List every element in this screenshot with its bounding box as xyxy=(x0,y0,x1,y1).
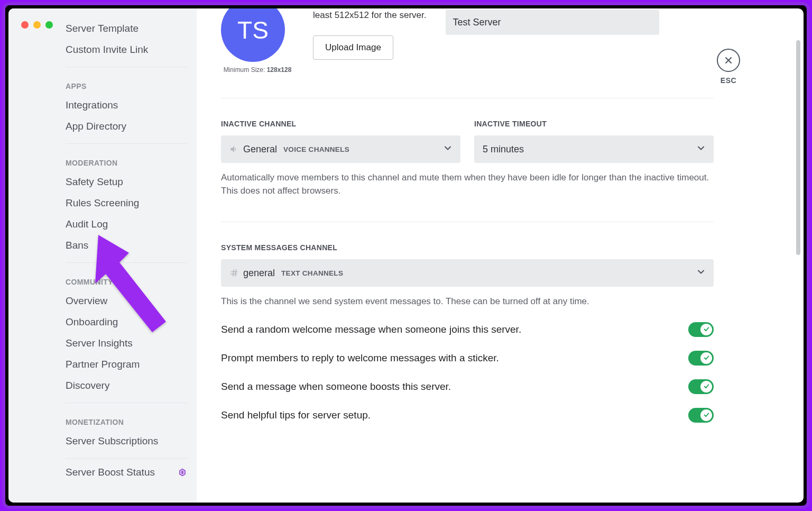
select-tag: VOICE CHANNELS xyxy=(283,145,349,153)
settings-sidebar: Server Template Custom Invite Link APPS … xyxy=(8,8,197,503)
system-messages-help-text: This is the channel we send system event… xyxy=(221,295,714,308)
system-messages-head: SYSTEM MESSAGES CHANNEL xyxy=(221,243,714,252)
sidebar-divider xyxy=(66,262,187,263)
sidebar-item-safety-setup[interactable]: Safety Setup xyxy=(66,171,187,193)
upload-image-button[interactable]: Upload Image xyxy=(313,35,393,60)
section-divider xyxy=(221,98,714,98)
sidebar-item-discovery[interactable]: Discovery xyxy=(66,375,187,396)
sidebar-header-apps: APPS xyxy=(66,70,187,95)
hash-icon xyxy=(229,268,239,278)
sidebar-item-server-template[interactable]: Server Template xyxy=(66,18,187,39)
toggle-switch[interactable] xyxy=(688,379,714,394)
server-overview-row: TS Minimum Size: 128x128 least 512x512 f… xyxy=(221,8,714,74)
sidebar-item-rules-screening[interactable]: Rules Screening xyxy=(66,193,187,214)
zoom-window-icon[interactable] xyxy=(45,21,53,29)
toggle-sticker-prompt: Prompt members to reply to welcome messa… xyxy=(221,351,714,366)
sidebar-item-audit-log[interactable]: Audit Log xyxy=(66,214,187,235)
toggle-server-tips: Send helpful tips for server setup. xyxy=(221,408,714,423)
select-tag: TEXT CHANNELS xyxy=(281,269,343,277)
sidebar-divider xyxy=(66,458,187,459)
toggle-label: Prompt members to reply to welcome messa… xyxy=(221,352,688,364)
toggle-switch[interactable] xyxy=(688,408,714,423)
esc-label: ESC xyxy=(717,76,740,85)
sidebar-item-bans[interactable]: Bans xyxy=(66,235,187,256)
sidebar-divider xyxy=(66,403,187,403)
sidebar-item-server-boost-status[interactable]: Server Boost Status xyxy=(66,462,187,483)
close-window-icon[interactable] xyxy=(21,21,29,29)
close-icon xyxy=(717,49,740,72)
window-traffic-lights[interactable] xyxy=(21,21,53,29)
scrollbar-thumb[interactable] xyxy=(796,40,800,255)
sidebar-divider xyxy=(66,67,187,67)
inactive-channel-select[interactable]: General VOICE CHANNELS xyxy=(221,135,460,163)
chevron-down-icon xyxy=(442,143,453,156)
select-value: 5 minutes xyxy=(483,144,524,155)
sidebar-item-partner-program[interactable]: Partner Program xyxy=(66,354,187,375)
sidebar-header-monetization: MONETIZATION xyxy=(66,406,187,431)
section-divider xyxy=(221,222,714,222)
sidebar-item-onboarding[interactable]: Onboarding xyxy=(66,312,187,333)
toggle-switch[interactable] xyxy=(688,351,714,366)
toggle-switch[interactable] xyxy=(688,322,714,337)
boost-icon xyxy=(178,468,187,477)
select-value: general xyxy=(243,268,275,279)
inactive-section: INACTIVE CHANNEL General VOICE CHANNELS … xyxy=(221,120,714,163)
server-name-input[interactable] xyxy=(446,10,659,35)
sidebar-header-moderation: MODERATION xyxy=(66,147,187,171)
toggle-welcome-message: Send a random welcome message when someo… xyxy=(221,322,714,337)
sidebar-item-server-insights[interactable]: Server Insights xyxy=(66,333,187,354)
toggle-label: Send a message when someone boosts this … xyxy=(221,381,688,393)
select-value: General xyxy=(243,144,277,155)
sidebar-item-overview[interactable]: Overview xyxy=(66,290,187,312)
sidebar-item-app-directory[interactable]: App Directory xyxy=(66,116,187,137)
sidebar-item-server-subscriptions[interactable]: Server Subscriptions xyxy=(66,431,187,452)
sidebar-header-community: COMMUNITY xyxy=(66,266,187,290)
toggle-boost-message: Send a message when someone boosts this … xyxy=(221,379,714,394)
min-size-label: Minimum Size: 128x128 xyxy=(221,66,294,74)
sidebar-item-label: Server Boost Status xyxy=(66,467,155,478)
inactive-help-text: Automatically move members to this chann… xyxy=(221,171,714,197)
system-messages-channel-select[interactable]: general TEXT CHANNELS xyxy=(221,259,714,287)
sidebar-divider xyxy=(66,143,187,144)
toggle-label: Send helpful tips for server setup. xyxy=(221,409,688,421)
inactive-channel-head: INACTIVE CHANNEL xyxy=(221,120,460,128)
close-settings-button[interactable]: ESC xyxy=(717,49,740,85)
sidebar-item-custom-invite-link[interactable]: Custom Invite Link xyxy=(66,39,187,60)
toggle-label: Send a random welcome message when someo… xyxy=(221,324,688,335)
inactive-timeout-head: INACTIVE TIMEOUT xyxy=(474,120,714,128)
speaker-icon xyxy=(229,144,239,154)
settings-content: ESC TS Minimum Size: 128x128 least 512x5… xyxy=(197,8,804,503)
chevron-down-icon xyxy=(696,143,706,156)
server-avatar[interactable]: TS xyxy=(221,8,285,62)
sidebar-item-integrations[interactable]: Integrations xyxy=(66,95,187,116)
minimize-window-icon[interactable] xyxy=(33,21,41,29)
inactive-timeout-select[interactable]: 5 minutes xyxy=(474,135,714,163)
chevron-down-icon xyxy=(696,267,706,280)
recommended-size-text: least 512x512 for the server. xyxy=(313,10,427,22)
